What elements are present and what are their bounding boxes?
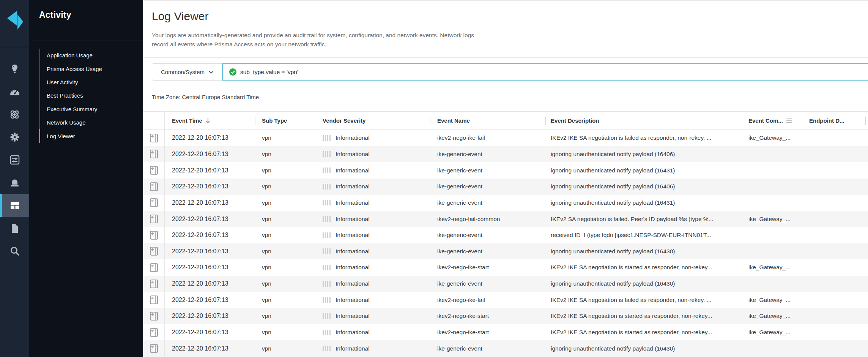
rail-item-insights[interactable] [0, 57, 29, 80]
cell-event-description: IKEv2 IKE SA negotiation is started as r… [545, 308, 745, 324]
page-description-line1: Your logs are automatically-generated an… [152, 32, 474, 38]
open-log-detail-button[interactable] [143, 340, 164, 357]
rail-item-dashboards[interactable] [0, 80, 29, 103]
open-log-detail-button[interactable] [143, 243, 164, 259]
column-separator [745, 117, 745, 125]
open-log-detail-button[interactable] [143, 195, 164, 211]
cell-vendor-severity: Informational [317, 276, 430, 292]
log-table-row[interactable]: 2022-12-20 16:07:13 vpn Informational ik… [143, 324, 868, 341]
cell-sub-type: vpn [255, 195, 317, 211]
rail-item-data-science[interactable] [0, 103, 29, 126]
log-table-row[interactable]: 2022-12-20 16:07:13 vpn Informational ik… [143, 162, 868, 178]
log-table-row[interactable]: 2022-12-20 16:07:13 vpn Informational ik… [143, 308, 868, 324]
open-detail-drawer-icon [150, 134, 158, 142]
cell-event-name: ike-generic-event [430, 243, 545, 259]
log-type-select[interactable]: Common/System [152, 63, 223, 81]
log-table-row[interactable]: 2022-12-20 16:07:13 vpn Informational ik… [143, 195, 868, 211]
log-table-row[interactable]: 2022-12-20 16:07:13 vpn Informational ik… [143, 340, 868, 357]
open-log-detail-button[interactable] [143, 178, 164, 195]
cell-endpoint [804, 308, 865, 324]
cell-event-description: IKEv2 IKE SA negotiation is failed as re… [545, 292, 745, 308]
rail-item-incidents[interactable] [0, 171, 29, 194]
cell-vendor-severity: Informational [317, 162, 430, 178]
log-table-row[interactable]: 2022-12-20 16:07:13 vpn Informational ik… [143, 146, 868, 163]
open-detail-drawer-icon [150, 312, 158, 321]
header-cell-event-name[interactable]: Event Name [430, 112, 545, 130]
cell-event-description: IKEv2 SA negotiation is failed. Peer's I… [545, 211, 745, 227]
query-valid-check-icon [229, 68, 236, 76]
cell-event-comment: ike_Gateway_... [745, 308, 804, 324]
severity-label: Informational [336, 280, 370, 287]
query-input[interactable]: sub_type.value = 'vpn' [222, 63, 868, 81]
cell-sub-type: vpn [255, 259, 317, 276]
open-log-detail-button[interactable] [143, 308, 164, 324]
log-table-row[interactable]: 2022-12-20 16:07:13 vpn Informational ik… [143, 211, 868, 227]
log-table-row[interactable]: 2022-12-20 16:07:13 vpn Informational ik… [143, 227, 868, 243]
open-detail-drawer-icon [150, 295, 158, 304]
header-divider [143, 57, 868, 58]
cell-event-comment: ike_Gateway_... [745, 130, 804, 146]
cell-event-description: ignoring unauthenticated notify payload … [545, 243, 745, 259]
open-log-detail-button[interactable] [143, 324, 164, 341]
sidebar-item-executive-summary[interactable]: Executive Summary [39, 103, 143, 116]
header-label: Event Time [172, 117, 202, 124]
log-table-row[interactable]: 2022-12-20 16:07:13 vpn Informational ik… [143, 259, 868, 276]
cell-vendor-severity: Informational [317, 340, 430, 357]
sidebar-item-best-practices[interactable]: Best Practices [39, 89, 143, 102]
header-label: Sub Type [262, 117, 287, 124]
cell-sub-type: vpn [255, 130, 317, 146]
sidebar-item-prisma-access-usage[interactable]: Prisma Access Usage [39, 62, 143, 75]
cell-event-comment [745, 162, 804, 178]
sidebar-item-label: Executive Summary [47, 106, 97, 112]
cell-endpoint [804, 146, 865, 163]
header-cell-event-description[interactable]: Event Description [545, 112, 745, 130]
query-text: sub_type.value = 'vpn' [240, 69, 298, 76]
log-table-row[interactable]: 2022-12-20 16:07:13 vpn Informational ik… [143, 292, 868, 308]
log-table-row[interactable]: 2022-12-20 16:07:13 vpn Informational ik… [143, 130, 868, 146]
rail-item-reports[interactable] [0, 217, 29, 240]
cell-event-time: 2022-12-20 16:07:13 [164, 146, 255, 163]
atom-icon [9, 109, 20, 120]
cell-event-description: ignoring unauthenticated notify payload … [545, 162, 745, 178]
open-log-detail-button[interactable] [143, 130, 164, 146]
header-cell-endpoint[interactable]: Endpoint D... [804, 112, 865, 130]
severity-label: Informational [336, 232, 370, 239]
open-log-detail-button[interactable] [143, 259, 164, 276]
open-log-detail-button[interactable] [143, 162, 164, 178]
log-table-row[interactable]: 2022-12-20 16:07:13 vpn Informational ik… [143, 178, 868, 195]
sliders-icon [10, 155, 20, 165]
cell-event-comment [745, 195, 804, 211]
cell-event-time: 2022-12-20 16:07:13 [164, 276, 255, 292]
app-logo[interactable] [0, 7, 29, 33]
rail-item-settings[interactable] [0, 126, 29, 148]
header-cell-vendor-severity[interactable]: Vendor Severity [317, 112, 430, 130]
cell-event-description: ignoring unauthenticated notify payload … [545, 276, 745, 292]
rail-item-activity-selected[interactable] [0, 194, 29, 217]
header-cell-sub-type[interactable]: Sub Type [255, 112, 317, 130]
header-cell-event-time[interactable]: Event Time [164, 112, 255, 130]
column-menu-icon[interactable] [786, 118, 792, 123]
log-table-row[interactable]: 2022-12-20 16:07:13 vpn Informational ik… [143, 276, 868, 292]
filter-bar: Common/System sub_type.value = 'vpn' [152, 63, 868, 81]
column-separator [865, 117, 866, 125]
cell-event-comment: ike_Gateway_... [745, 211, 804, 227]
log-table-row[interactable]: 2022-12-20 16:07:13 vpn Informational ik… [143, 243, 868, 259]
sidebar-item-network-usage[interactable]: Network Usage [39, 116, 143, 129]
rail-item-workflows[interactable] [0, 148, 29, 171]
severity-label: Informational [336, 216, 370, 223]
sidebar-item-user-activity[interactable]: User Activity [39, 76, 143, 89]
open-log-detail-button[interactable] [143, 211, 164, 227]
open-log-detail-button[interactable] [143, 276, 164, 292]
header-cell-event-comment[interactable]: Event Com... [745, 112, 804, 130]
sidebar-item-log-viewer[interactable]: Log Viewer [39, 129, 143, 142]
cell-sub-type: vpn [255, 227, 317, 243]
page-description-line2: record all events where Prisma Access ac… [152, 41, 326, 47]
severity-label: Informational [336, 329, 370, 336]
cell-vendor-severity: Informational [317, 130, 430, 146]
rail-item-search[interactable] [0, 240, 29, 262]
open-detail-drawer-icon [150, 198, 158, 207]
sidebar-item-application-usage[interactable]: Application Usage [39, 49, 143, 62]
open-log-detail-button[interactable] [143, 146, 164, 163]
open-log-detail-button[interactable] [143, 227, 164, 243]
open-log-detail-button[interactable] [143, 292, 164, 308]
